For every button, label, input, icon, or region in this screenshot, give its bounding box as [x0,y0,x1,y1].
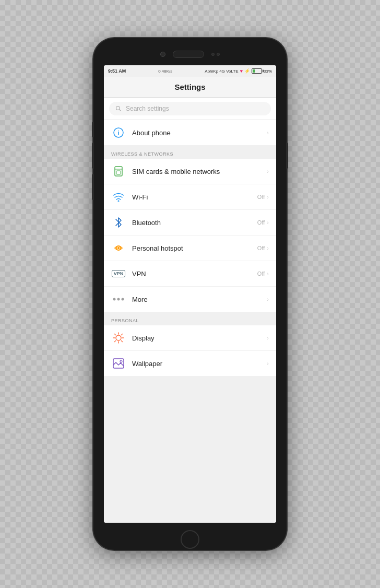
settings-list: i About phone › WIRELESS & NETWORKS [104,120,276,523]
info-icon: i [111,125,126,140]
page-title: Settings [174,83,205,91]
chevron-icon: › [267,245,269,251]
search-container[interactable]: Search settings [104,98,276,120]
search-bar[interactable]: Search settings [109,102,271,115]
charging-icon: ⚡ [244,68,250,74]
battery-icon [252,68,262,74]
hotspot-right: Off › [257,245,269,251]
settings-group-personal: Display › [104,325,276,376]
svg-point-23 [120,360,122,362]
battery-fill [253,69,255,73]
about-phone-right: › [267,130,269,136]
home-button[interactable] [181,530,199,549]
svg-line-18 [115,334,116,335]
title-bar: Settings [104,77,276,98]
status-right-icons: AbhiKp 4G VoLTE ♥ ⚡ 33% [205,68,272,74]
sensor-dot [217,53,220,56]
phone-frame: 9:51 AM 0.48K/s AbhiKp 4G VoLTE ♥ ⚡ 33% … [93,38,287,550]
chevron-icon: › [267,168,269,174]
more-content: More › [132,296,269,303]
settings-item-bluetooth[interactable]: Bluetooth Off › [104,210,276,236]
chevron-icon: › [267,335,269,341]
bluetooth-label: Bluetooth [132,219,161,227]
wallpaper-label: Wallpaper [132,360,162,368]
front-camera [160,52,165,57]
settings-item-about-phone[interactable]: i About phone › [104,120,276,145]
display-icon [111,331,126,345]
svg-point-9 [117,247,120,249]
bluetooth-content: Bluetooth Off › [132,219,269,227]
wifi-right: Off › [257,194,269,200]
about-phone-content: About phone › [132,129,269,137]
bluetooth-right: Off › [257,219,269,226]
battery-percent: 33% [264,69,272,74]
svg-point-11 [117,298,120,301]
svg-line-20 [122,334,123,335]
settings-item-more[interactable]: More › [104,287,276,312]
wifi-icon [111,190,126,204]
display-label: Display [132,334,155,342]
svg-point-13 [116,335,121,340]
vpn-content: VPN Off › [132,270,269,278]
search-input[interactable]: Search settings [126,105,169,112]
sensors [211,53,220,56]
wifi-content: Wi-Fi Off › [132,193,269,201]
svg-point-10 [113,298,116,301]
svg-line-21 [115,341,116,342]
hotspot-icon [111,241,126,255]
volume-up-button [92,143,94,169]
wallpaper-content: Wallpaper › [132,360,269,368]
volume-down-button [92,174,94,200]
vpn-label: VPN [132,270,146,278]
settings-item-vpn[interactable]: VPN VPN Off › [104,261,276,287]
settings-item-sim[interactable]: SIM cards & mobile networks › [104,159,276,184]
chevron-icon: › [267,296,269,302]
sim-label: SIM cards & mobile networks [132,168,220,175]
heart-icon: ♥ [240,68,243,74]
display-content: Display › [132,334,269,342]
more-right: › [267,296,269,302]
hotspot-label: Personal hotspot [132,244,183,252]
screen: 9:51 AM 0.48K/s AbhiKp 4G VoLTE ♥ ⚡ 33% … [104,65,276,523]
wifi-value: Off [257,194,265,200]
status-network: 0.48K/s [158,69,172,74]
chevron-icon: › [267,130,269,136]
sim-right: › [267,168,269,174]
more-label: More [132,296,148,303]
chevron-icon: › [267,271,269,277]
wallpaper-icon [111,356,126,371]
settings-item-wifi[interactable]: Wi-Fi Off › [104,184,276,210]
sensor-dot [211,53,215,56]
chevron-icon: › [267,219,269,226]
speaker [173,51,204,58]
wallpaper-right: › [267,360,269,367]
hotspot-value: Off [257,245,265,251]
chevron-icon: › [267,360,269,367]
display-right: › [267,335,269,341]
about-phone-label: About phone [132,129,171,137]
sim-icon [111,164,126,179]
mute-button [92,122,94,137]
svg-text:i: i [117,130,119,136]
section-header-personal: PERSONAL [104,313,276,325]
status-time: 9:51 AM [108,68,126,74]
wifi-label: Wi-Fi [132,193,148,201]
svg-point-6 [118,201,120,202]
svg-rect-5 [116,171,121,174]
sim-content: SIM cards & mobile networks › [132,168,269,175]
svg-point-12 [122,298,124,301]
chevron-icon: › [267,194,269,200]
vpn-icon: VPN [111,266,126,281]
status-bar: 9:51 AM 0.48K/s AbhiKp 4G VoLTE ♥ ⚡ 33% [104,65,276,77]
settings-item-display[interactable]: Display › [104,325,276,351]
carrier-info: AbhiKp 4G VoLTE [205,69,238,74]
vpn-value: Off [257,271,265,277]
phone-top-hardware [93,38,287,65]
section-header-wireless: WIRELESS & NETWORKS [104,146,276,159]
search-icon [115,105,122,112]
vpn-right: Off › [257,271,269,277]
phone-bottom [181,529,199,550]
settings-item-hotspot[interactable]: Personal hotspot Off › [104,236,276,261]
svg-line-19 [122,341,123,342]
settings-item-wallpaper[interactable]: Wallpaper › [104,351,276,376]
